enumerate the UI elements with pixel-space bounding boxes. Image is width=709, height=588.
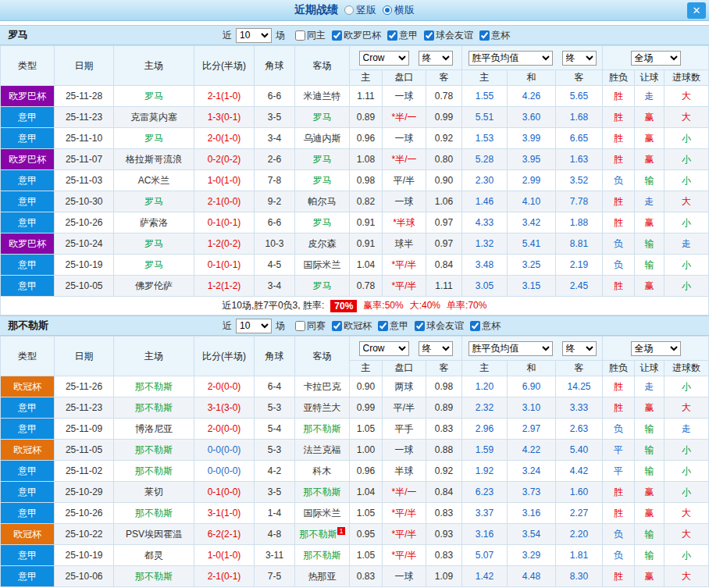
asian-away-odds: 1.06 [426, 191, 462, 212]
asian-home-odds: 1.05 [350, 419, 383, 440]
match-count-select[interactable]: 10 [236, 28, 272, 43]
asian-handicap: 半球 [383, 461, 426, 482]
result-goals: 小 [664, 128, 709, 149]
result-goals: 大 [664, 397, 709, 419]
home-team: 罗马 [114, 86, 194, 107]
result-goals: 小 [664, 149, 709, 170]
euro-away-odds: 2.45 [556, 276, 603, 297]
filter-option-0[interactable]: 同主 [295, 29, 326, 42]
league-badge: 欧冠杯 [1, 524, 55, 545]
result-handicap: 输 [635, 524, 664, 545]
asian-away-odds: 0.78 [426, 86, 462, 107]
league-badge: 意甲 [1, 545, 55, 566]
match-count-select[interactable]: 10 [236, 319, 272, 333]
final-score: 1-3(0-1) [194, 107, 255, 128]
filter-checkbox[interactable] [387, 30, 397, 41]
filter-label: 球会友谊 [426, 319, 464, 333]
filter-checkbox[interactable] [378, 321, 388, 331]
match-date: 25-10-26 [55, 503, 114, 524]
filter-checkbox[interactable] [332, 321, 342, 331]
matches-body: 欧冠杯25-11-26那不勒斯2-0(0-0)6-4卡拉巴克0.90两球0.98… [1, 376, 709, 587]
filter-option-3[interactable]: 球会友谊 [424, 29, 473, 42]
filter-option-2[interactable]: 意甲 [387, 29, 418, 42]
asian-home-odds: 0.95 [350, 524, 383, 545]
result-outcome: 平 [603, 461, 635, 482]
filter-checkbox[interactable] [295, 321, 305, 331]
home-team: 那不勒斯 [114, 376, 194, 397]
filter-option-4[interactable]: 意杯 [470, 319, 501, 333]
euro-final-select[interactable]: 终 [562, 51, 597, 66]
euro-final-select[interactable]: 终 [562, 341, 597, 356]
fullmatch-select[interactable]: 全场 [631, 341, 681, 356]
asian-home-odds: 0.78 [350, 276, 383, 297]
corner-score: 6-6 [255, 212, 295, 233]
home-team: 佛罗伦萨 [114, 276, 194, 297]
filter-option-3[interactable]: 球会友谊 [415, 319, 464, 333]
result-outcome: 胜 [603, 191, 635, 212]
euro-mean-select[interactable]: 胜平负均值 [469, 341, 553, 356]
radio-vertical-icon[interactable] [344, 5, 354, 15]
fullmatch-select[interactable]: 全场 [631, 51, 681, 66]
asian-away-odds: 1.11 [426, 276, 462, 297]
euro-draw-odds: 3.15 [508, 276, 556, 297]
result-outcome: 胜 [603, 482, 635, 503]
league-badge: 意甲 [1, 397, 55, 419]
radio-horizontal-icon[interactable] [383, 5, 392, 15]
col-header-score: 比分(半场) [194, 46, 255, 86]
asian-away-odds: 0.99 [426, 107, 462, 128]
euro-home-odds: 3.37 [462, 503, 508, 524]
euro-draw-odds: 3.24 [508, 461, 556, 482]
result-goals: 小 [664, 276, 709, 297]
filter-option-1[interactable]: 欧冠杯 [332, 319, 372, 333]
result-handicap: 走 [635, 376, 664, 397]
result-outcome: 胜 [603, 128, 635, 149]
asian-handicap: 两球 [383, 376, 426, 397]
final-score: 2-0(0-0) [194, 419, 255, 440]
match-date: 25-11-23 [55, 107, 114, 128]
close-icon[interactable]: ✕ [687, 2, 706, 19]
col-header-asian-away: 客 [426, 361, 462, 376]
col-header-away: 客场 [295, 337, 350, 376]
filter-option-0[interactable]: 同赛 [295, 319, 326, 333]
euro-away-odds: 3.52 [556, 170, 603, 191]
corner-score: 3-4 [255, 276, 295, 297]
col-header-goals: 进球数 [664, 361, 709, 376]
match-date: 25-10-06 [55, 566, 114, 587]
col-header-goals: 进球数 [664, 70, 709, 86]
filter-checkbox[interactable] [415, 321, 425, 331]
col-header-type: 类型 [1, 46, 55, 86]
final-score: 1-2(1-2) [194, 276, 255, 297]
bookmaker-select[interactable]: Crow [359, 51, 409, 66]
result-goals: 小 [664, 170, 709, 191]
home-team: 都灵 [114, 545, 194, 566]
team-name: 那不勒斯 [8, 319, 223, 333]
asian-final-select[interactable]: 终 [419, 341, 453, 356]
filter-checkbox[interactable] [295, 30, 305, 41]
euro-mean-select[interactable]: 胜平负均值 [469, 51, 553, 66]
asian-away-odds: 0.97 [426, 233, 462, 255]
asian-handicap: 平手 [383, 419, 426, 440]
result-goals: 小 [664, 440, 709, 461]
bookmaker-select[interactable]: Crow [359, 341, 409, 356]
filter-option-2[interactable]: 意甲 [378, 319, 408, 333]
layout-radio-vertical[interactable]: 竖版 [344, 3, 376, 17]
asian-handicap: *平/半 [383, 503, 426, 524]
filter-checkbox[interactable] [332, 30, 342, 41]
col-header-euro-away: 客 [556, 70, 603, 86]
asian-away-odds: 0.97 [426, 212, 462, 233]
final-score: 2-1(0-1) [194, 566, 255, 587]
euro-home-odds: 1.92 [462, 461, 508, 482]
filter-checkbox[interactable] [424, 30, 434, 41]
euro-home-odds: 1.46 [462, 191, 508, 212]
filter-option-4[interactable]: 意杯 [479, 29, 510, 42]
filter-option-1[interactable]: 欧罗巴杯 [332, 29, 381, 42]
match-date: 25-10-05 [55, 276, 114, 297]
filter-checkbox[interactable] [470, 321, 480, 331]
euro-away-odds: 1.63 [556, 149, 603, 170]
filter-checkbox[interactable] [479, 30, 490, 41]
col-header-asian-away: 客 [426, 70, 462, 86]
euro-draw-odds: 3.29 [508, 545, 556, 566]
layout-radio-horizontal[interactable]: 横版 [383, 3, 415, 17]
asian-final-select[interactable]: 终 [419, 51, 453, 66]
result-handicap: 输 [635, 545, 664, 566]
